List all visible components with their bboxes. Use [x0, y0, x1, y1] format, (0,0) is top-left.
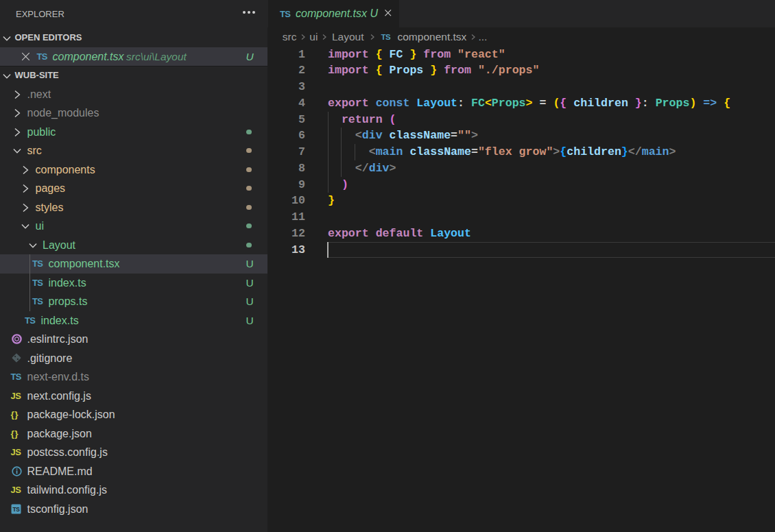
svg-text:TS: TS [12, 506, 20, 513]
